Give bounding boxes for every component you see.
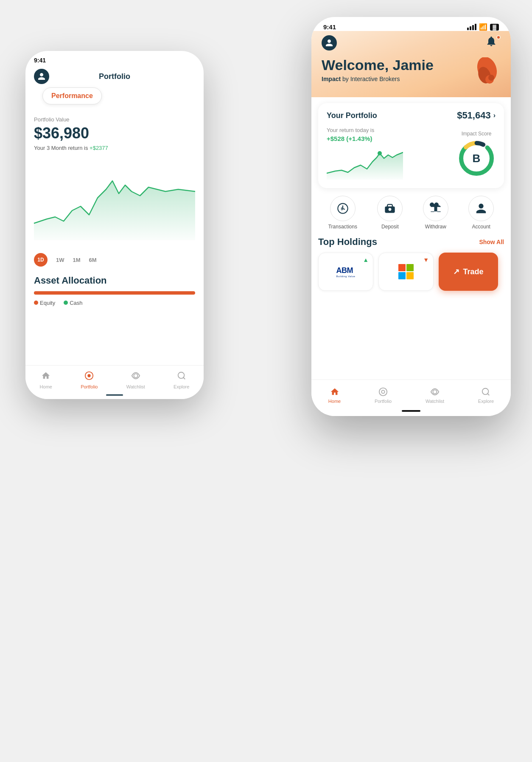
action-account[interactable]: Account (468, 196, 494, 230)
explore-nav-label: Explore (478, 399, 494, 404)
back-nav-watchlist[interactable]: Watchlist (126, 371, 145, 389)
asset-alloc-title: Asset Allocation (34, 275, 195, 286)
microsoft-logo (398, 264, 414, 279)
svg-point-1 (134, 374, 137, 377)
equity-dot (34, 301, 38, 305)
trade-arrows: ↗ (453, 267, 459, 276)
transactions-label: Transactions (328, 224, 357, 230)
mini-chart-svg (327, 146, 403, 180)
welcome-title: Welcome, Jamie (322, 57, 434, 73)
holding-msft[interactable]: ▼ (378, 253, 434, 291)
svg-point-14 (381, 390, 384, 393)
return-value-front: +$528 (+1.43%) (327, 135, 451, 142)
back-chart (30, 155, 199, 240)
bar4 (475, 24, 476, 30)
account-label: Account (472, 224, 490, 230)
front-phone: 9:41 📶 ▓ Wel (311, 17, 511, 416)
chart-dot (378, 151, 382, 155)
performance-button[interactable]: Performance (42, 87, 102, 104)
action-deposit[interactable]: Deposit (377, 196, 403, 230)
status-icons: 📶 ▓ (467, 23, 499, 31)
back-time: 9:41 (34, 57, 46, 64)
explore-icon (177, 371, 186, 383)
quick-actions: $ Transactions Deposit Withdraw (311, 194, 511, 233)
time-btn-1m[interactable]: 1M (73, 257, 81, 263)
trade-label: Trade (463, 267, 483, 276)
deposit-icon-circle (377, 196, 403, 221)
front-nav-explore[interactable]: Explore (478, 387, 494, 404)
portfolio-nav-label: Portfolio (375, 399, 392, 404)
action-transactions[interactable]: $ Transactions (328, 196, 357, 230)
portfolio-value-label: Portfolio Value (25, 116, 204, 123)
back-status-bar: 9:41 (25, 51, 204, 64)
ms-green (406, 264, 414, 271)
front-top-row (322, 35, 501, 51)
back-chart-area (25, 155, 204, 249)
brand-logo (471, 57, 501, 87)
trade-button[interactable]: ↗ Trade (439, 253, 498, 291)
back-nav-explore[interactable]: Explore (174, 371, 189, 389)
holdings-header: Top Holdings Show All (318, 236, 504, 247)
home-nav-label: Home (328, 399, 341, 404)
impact-score-label: Impact Score (462, 131, 492, 137)
ms-blue (398, 272, 406, 279)
portfolio-nav-icon (378, 387, 388, 397)
abm-trend: ▲ (363, 256, 369, 263)
front-time: 9:41 (323, 23, 336, 31)
bar3 (472, 25, 474, 30)
leaf-svg (471, 57, 501, 87)
svg-point-2 (178, 372, 184, 379)
front-nav-home[interactable]: Home (328, 387, 341, 404)
portfolio-card-value: $51,643 › (457, 110, 496, 121)
cash-dot (64, 301, 68, 305)
account-icon-circle (468, 196, 494, 221)
front-header: Welcome, Jamie Impact by Interactive Bro… (311, 31, 511, 97)
portfolio-card-top: Your Portfolio $51,643 › (327, 110, 496, 121)
return-value: +$2377 (90, 145, 108, 151)
allocation-bar (34, 291, 195, 295)
legend-cash: Cash (64, 300, 82, 306)
back-nav-portfolio[interactable]: Portfolio (81, 371, 98, 389)
back-avatar[interactable] (34, 69, 49, 84)
allocation-legend: Equity Cash (34, 300, 195, 306)
asset-allocation: Asset Allocation Equity Cash (25, 271, 204, 310)
welcome-row: Welcome, Jamie Impact by Interactive Bro… (322, 57, 501, 87)
withdraw-icon-circle (423, 196, 448, 221)
impact-grade: B (473, 152, 481, 165)
signal-bars (467, 24, 476, 30)
time-btn-1w[interactable]: 1W (56, 257, 64, 263)
portfolio-return: Your 3 Month return is +$2377 (25, 145, 204, 151)
front-avatar[interactable] (322, 35, 337, 51)
time-btn-6m[interactable]: 6M (89, 257, 97, 263)
back-nav-home[interactable]: Home (40, 371, 52, 389)
watchlist-nav-icon (430, 387, 440, 397)
watchlist-icon (131, 371, 140, 383)
ms-red (398, 264, 406, 271)
back-page-title: Portfolio (99, 72, 130, 81)
front-nav-portfolio[interactable]: Portfolio (375, 387, 392, 404)
explore-nav-icon (481, 387, 490, 397)
show-all-button[interactable]: Show All (479, 239, 504, 245)
holdings-row: ▲ ABM Building Value ▼ ↗ Trade (318, 253, 504, 291)
welcome-section: Welcome, Jamie Impact by Interactive Bro… (322, 57, 434, 82)
front-nav-indicator (402, 410, 420, 412)
front-status-bar: 9:41 📶 ▓ (311, 17, 511, 31)
time-btn-1d[interactable]: 1D (34, 253, 48, 267)
back-bottom-nav: Home Portfolio Watchlist Explore (25, 365, 204, 399)
battery-icon: ▓ (490, 24, 499, 31)
back-header: Portfolio (25, 64, 204, 87)
transactions-icon-circle: $ (330, 196, 356, 221)
portfolio-value: $36,980 (25, 124, 204, 142)
svg-point-6 (488, 75, 494, 81)
holding-abm[interactable]: ▲ ABM Building Value (318, 253, 373, 291)
portfolio-mini-chart: Your return today is +$528 (+1.43%) (327, 127, 451, 181)
notification-bell[interactable] (485, 35, 501, 51)
front-nav-watchlist[interactable]: Watchlist (426, 387, 444, 404)
watchlist-nav-label: Watchlist (426, 399, 444, 404)
portfolio-card[interactable]: Your Portfolio $51,643 › Your return tod… (318, 103, 504, 188)
action-withdraw[interactable]: Withdraw (423, 196, 448, 230)
brand-bold: Impact (322, 76, 341, 82)
brand-row: Impact by Interactive Brokers (322, 76, 434, 82)
portfolio-card-body: Your return today is +$528 (+1.43%) Impa… (327, 127, 496, 181)
portfolio-chevron: › (493, 112, 496, 119)
